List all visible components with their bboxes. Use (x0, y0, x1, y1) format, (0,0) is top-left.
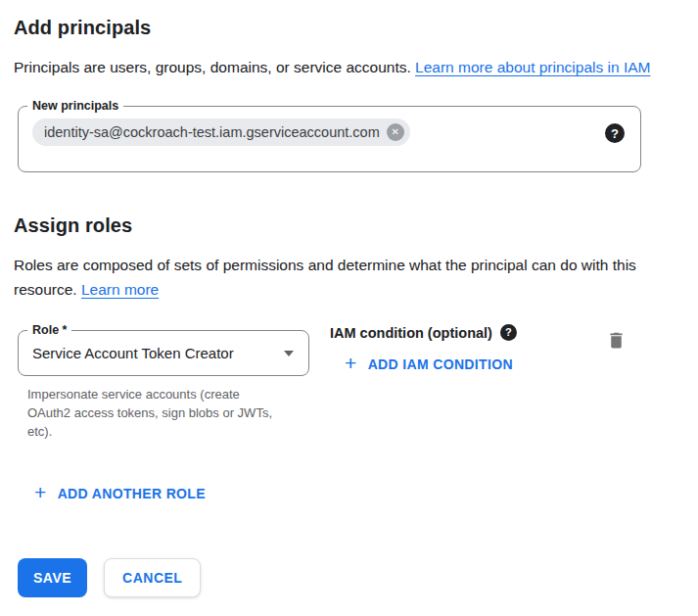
delete-role-button[interactable] (605, 330, 627, 354)
add-another-role-label: ADD ANOTHER ROLE (58, 486, 206, 501)
principal-chip-label: identity-sa@cockroach-test.iam.gservicea… (44, 124, 380, 140)
add-iam-condition-label: ADD IAM CONDITION (368, 356, 513, 372)
role-assignment-row: Role * Service Account Token Creator Imp… (14, 323, 684, 439)
iam-condition-label: IAM condition (optional) (330, 325, 492, 341)
close-icon: ✕ (392, 127, 399, 137)
iam-condition-column: IAM condition (optional) ? + ADD IAM CON… (330, 324, 517, 375)
add-iam-condition-button[interactable]: + ADD IAM CONDITION (345, 354, 513, 374)
iam-condition-label-row: IAM condition (optional) ? (330, 324, 517, 341)
intro-description: Principals are users, groups, domains, o… (14, 59, 411, 75)
iam-condition-help-icon[interactable]: ? (500, 324, 517, 341)
intro-text: Principals are users, groups, domains, o… (14, 55, 660, 79)
page-title: Add principals (14, 17, 684, 39)
add-another-role-button[interactable]: + ADD ANOTHER ROLE (34, 483, 206, 503)
new-principals-field[interactable]: New principals identity-sa@cockroach-tes… (18, 106, 641, 172)
save-button[interactable]: SAVE (18, 558, 87, 597)
question-mark-glyph: ? (505, 327, 512, 338)
learn-more-principals-link[interactable]: Learn more about principals in IAM (415, 59, 650, 75)
role-label: Role * (27, 322, 71, 339)
assign-roles-title: Assign roles (14, 214, 684, 237)
role-column: Role * Service Account Token Creator Imp… (18, 323, 313, 441)
question-mark-glyph: ? (611, 127, 619, 140)
principals-help-icon[interactable]: ? (605, 123, 625, 143)
plus-icon: + (345, 353, 357, 373)
add-principals-panel: Add principals Principals are users, gro… (0, 0, 698, 597)
plus-icon: + (34, 482, 47, 502)
chip-remove-icon[interactable]: ✕ (387, 123, 404, 141)
dropdown-arrow-icon (284, 351, 294, 356)
trash-icon (606, 339, 627, 354)
role-helper-text: Impersonate service accounts (create OAu… (27, 385, 274, 441)
action-buttons-row: SAVE CANCEL (18, 558, 684, 597)
role-select[interactable]: Role * Service Account Token Creator (18, 330, 309, 376)
principal-chip: identity-sa@cockroach-test.iam.gservicea… (32, 118, 410, 146)
learn-more-roles-link[interactable]: Learn more (81, 281, 159, 298)
roles-description: Roles are composed of sets of permission… (14, 253, 658, 302)
new-principals-label: New principals (27, 98, 123, 115)
cancel-button[interactable]: CANCEL (104, 558, 201, 597)
role-selected-value: Service Account Token Creator (32, 345, 234, 361)
